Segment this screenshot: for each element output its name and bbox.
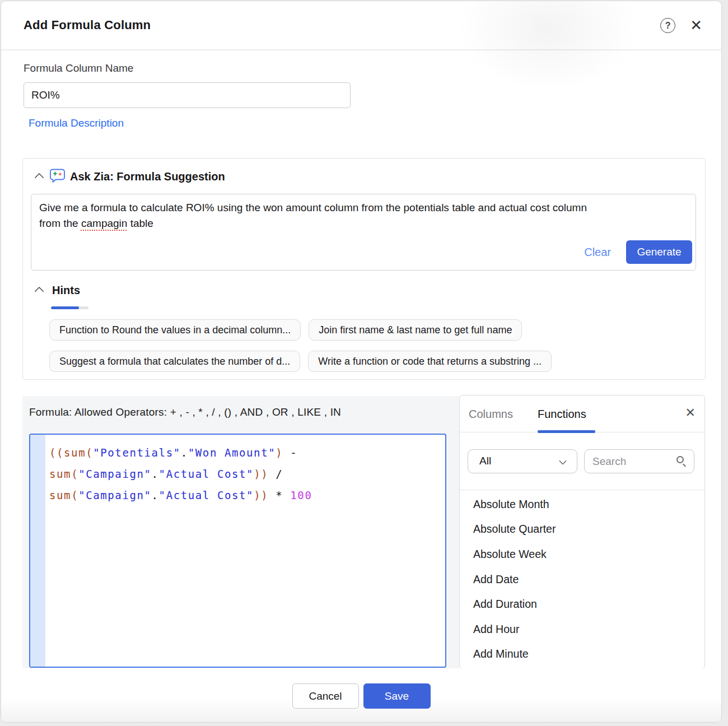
hint-chip[interactable]: Function to Round the values in a decima… xyxy=(49,319,301,341)
panel-divider xyxy=(460,490,704,490)
function-item[interactable]: Add Duration xyxy=(460,592,704,617)
formula-description-link[interactable]: Formula Description xyxy=(29,117,124,129)
ask-zia-title: Ask Zia: Formula Suggestion xyxy=(70,170,225,183)
add-formula-column-dialog: Add Formula Column ? ✕ Formula Column Na… xyxy=(1,1,722,723)
search-icon[interactable] xyxy=(676,456,684,463)
search-input[interactable] xyxy=(592,452,671,471)
function-item[interactable]: Add Date xyxy=(460,567,704,592)
hints-scroll-indicator-fill xyxy=(51,306,79,309)
panel-close-icon[interactable]: ✕ xyxy=(685,406,696,420)
formula-code: ((sum("Potentials"."Won Amount") -sum("C… xyxy=(49,442,442,506)
columns-functions-panel: Columns Functions ✕ All Absolute MonthAb… xyxy=(459,395,705,669)
prompt-actions: Clear Generate xyxy=(584,240,692,264)
formula-code-editor[interactable]: ((sum("Potentials"."Won Amount") -sum("C… xyxy=(29,434,446,668)
editor-gutter xyxy=(30,435,45,667)
formula-column-name-label: Formula Column Name xyxy=(24,62,133,75)
help-icon[interactable]: ? xyxy=(660,18,675,33)
formula-column-name-input[interactable] xyxy=(24,82,351,108)
active-tab-underline xyxy=(538,430,595,433)
clear-button[interactable]: Clear xyxy=(584,246,611,259)
chevron-down-icon xyxy=(559,457,567,465)
cancel-button[interactable]: Cancel xyxy=(292,683,359,709)
collapse-zia-chevron-up-icon[interactable] xyxy=(35,173,44,183)
hint-chip[interactable]: Join first name & last name to get full … xyxy=(309,319,522,341)
function-category-dropdown[interactable]: All xyxy=(468,449,577,473)
page-title: Add Formula Column xyxy=(24,18,151,32)
prompt-line1: Give me a formula to calculate ROI% usin… xyxy=(39,202,587,213)
dropdown-selected-value: All xyxy=(479,455,491,467)
hint-chip[interactable]: Write a function or code that returns a … xyxy=(308,351,552,372)
allowed-operators-label: Formula: Allowed Operators: + , - , * , … xyxy=(29,406,341,418)
ask-zia-section: Ask Zia: Formula Suggestion Give me a fo… xyxy=(22,158,706,380)
prompt-line2-suffix: table xyxy=(127,217,153,229)
function-item[interactable]: Add Hour xyxy=(460,617,704,642)
tab-columns[interactable]: Columns xyxy=(469,408,513,421)
generate-button[interactable]: Generate xyxy=(626,240,692,264)
function-item[interactable]: Add Minute xyxy=(460,642,704,667)
misspelled-word: campagin xyxy=(81,217,127,229)
function-item[interactable]: Absolute Month xyxy=(460,492,704,517)
hint-chip[interactable]: Suggest a formula that calculates the nu… xyxy=(49,351,300,372)
formula-editor-panel: Formula: Allowed Operators: + , - , * , … xyxy=(22,396,459,669)
function-search-box xyxy=(584,449,694,473)
header-icons: ? ✕ xyxy=(660,18,702,33)
panel-tabs: Columns Functions ✕ xyxy=(460,395,704,432)
zia-prompt-input[interactable]: Give me a formula to calculate ROI% usin… xyxy=(31,194,696,271)
hints-scroll-indicator xyxy=(51,306,88,309)
prompt-line2-prefix: from the xyxy=(39,217,81,229)
zia-sparkle-bubble-icon xyxy=(49,168,66,184)
hints-chip-list: Function to Round the values in a decima… xyxy=(49,319,671,372)
panel-controls: All xyxy=(460,449,704,474)
dialog-footer: Cancel Save xyxy=(1,668,721,722)
close-icon[interactable]: ✕ xyxy=(690,18,702,33)
functions-list: Absolute MonthAbsolute QuarterAbsolute W… xyxy=(460,492,704,668)
function-item[interactable]: Absolute Week xyxy=(460,542,704,567)
tab-functions[interactable]: Functions xyxy=(538,408,586,421)
code-line: sum("Campaign"."Actual Cost")) * 100 xyxy=(49,485,442,506)
code-line: ((sum("Potentials"."Won Amount") - xyxy=(49,442,442,463)
collapse-hints-chevron-up-icon[interactable] xyxy=(35,287,44,296)
hints-title: Hints xyxy=(52,284,80,297)
code-line: sum("Campaign"."Actual Cost")) / xyxy=(49,463,442,485)
zia-prompt-text: Give me a formula to calculate ROI% usin… xyxy=(39,200,687,231)
dialog-header: Add Formula Column ? ✕ xyxy=(1,1,721,50)
function-item[interactable]: Absolute Quarter xyxy=(460,517,704,542)
save-button[interactable]: Save xyxy=(363,683,431,709)
